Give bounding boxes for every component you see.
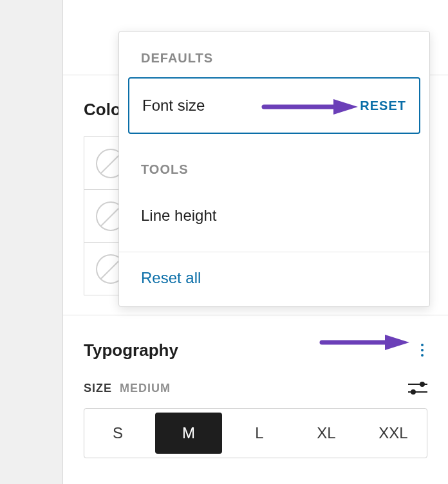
size-button-group: S M L XL XXL [84,408,427,458]
size-option-s[interactable]: S [84,409,151,458]
svg-point-3 [411,389,416,395]
size-option-xxl[interactable]: XXL [360,409,427,458]
reset-all-button[interactable]: Reset all [119,252,429,306]
size-key: SIZE [84,382,112,395]
size-option-m[interactable]: M [155,413,222,454]
size-option-xl[interactable]: XL [293,409,360,458]
reset-font-size-button[interactable]: RESET [360,98,406,113]
svg-point-1 [420,382,425,387]
custom-size-button[interactable] [408,381,427,395]
size-option-l[interactable]: L [226,409,293,458]
popover-item-line-height[interactable]: Line height [128,189,420,243]
popover-group-defaults: DEFAULTS [119,32,429,77]
line-height-label: Line height [141,207,216,225]
popover-group-tools: TOOLS [119,143,429,189]
typography-options-popover: DEFAULTS Font size RESET TOOLS Line heig… [118,31,430,307]
more-options-button[interactable] [417,340,427,360]
typography-heading: Typography [84,340,178,360]
size-label-group: SIZE MEDIUM [84,382,171,395]
typography-section: Typography SIZE MEDIUM [63,315,448,458]
size-value: MEDIUM [120,382,171,395]
popover-item-font-size[interactable]: Font size RESET [128,77,420,134]
font-size-label: Font size [142,97,205,115]
